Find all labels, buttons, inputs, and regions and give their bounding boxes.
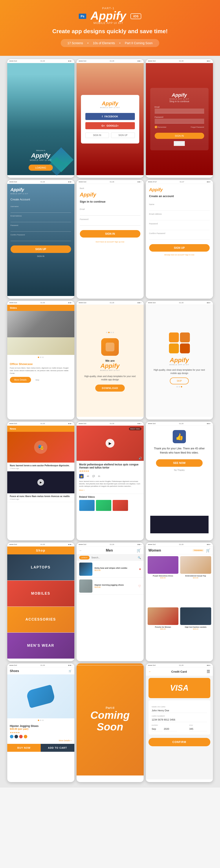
screen-create: Appify MOBILE APP UI KIT Create Account … (7, 184, 74, 296)
video-play-icon[interactable]: ▶ (106, 439, 114, 447)
comments-icon: 💬 (92, 475, 95, 477)
latest-filter[interactable]: LATEST (79, 556, 90, 559)
email-label-cw: Email Address (149, 213, 210, 215)
signup-now-link[interactable]: Sign up now (115, 241, 124, 243)
shop-mobiles[interactable]: MOBILES (7, 581, 74, 607)
like-icon[interactable]: 👍 (79, 474, 84, 478)
cc-back-btn[interactable]: ← (148, 670, 152, 673)
feature-2: 10s of Elements (93, 41, 115, 45)
row-6: ●●●● Bell 01:26 ■ ■ ▪ Shoes 🛒 (3, 663, 217, 782)
add-to-cart-btn[interactable]: ADD TO CART (41, 744, 74, 752)
office-title: Office Showcase (10, 362, 72, 366)
related-thumb-2[interactable] (96, 500, 111, 511)
color-orange[interactable] (24, 735, 27, 738)
cart-icon[interactable]: 🛒 (137, 549, 141, 552)
email-input-dark[interactable] (155, 108, 204, 114)
skip-btn[interactable]: SKIP (170, 377, 189, 384)
cc-name-label: NAME ON CARD (152, 706, 207, 708)
skip-appify-sub: MOBILE APP UI KIT (169, 364, 189, 366)
social-sub: MOBILE APP UI KIT (85, 106, 135, 108)
womens-img-1[interactable] (147, 556, 178, 574)
phone-create-dark: ●●●● Bell 01:26 ■ ■ ▪ Appify MOBILE APP … (7, 180, 74, 299)
thankyou-text: Thank you for your Like. There are 45 ot… (150, 446, 209, 455)
more-link[interactable]: More » (79, 489, 85, 491)
watch-video-label: Watch Video (129, 427, 141, 430)
related-thumb-1[interactable] (79, 500, 94, 511)
stars-icon: ★★★★★ (10, 731, 20, 734)
womens-cart-icon[interactable]: 🛒 (206, 548, 210, 553)
row-5: ●●●● Bell 01:26 ■ ■ ▪ Shop LAPTOPS MOBIL… (3, 542, 217, 661)
confirm-input-cw[interactable] (149, 235, 210, 240)
cc-expiry-month[interactable] (152, 727, 163, 731)
skip-link[interactable]: Skip (35, 379, 39, 381)
skip-icon-grid (169, 333, 190, 353)
back-arrow[interactable]: ← (79, 549, 82, 552)
no-thanks-link[interactable]: No Thanks (174, 469, 185, 471)
signup-dark-btn[interactable]: SIGN UP (174, 141, 185, 146)
sign-in-link[interactable]: SIGN IN (85, 132, 109, 138)
main-title: Appify (91, 10, 126, 21)
email-input-cw[interactable] (149, 216, 210, 220)
password-input-cw[interactable] (149, 225, 210, 230)
screen-download: We are Appify MOBILE APP UI KIT High-qua… (77, 305, 144, 417)
buy-now-btn[interactable]: BUY NOW (7, 744, 41, 752)
video-desc: Nunc laoreet lorem a sem auctor fringill… (79, 480, 141, 488)
video-top: Watch Video ▶ 🔊 (77, 426, 144, 461)
shop-mens-wear[interactable]: MEN'S WEAR (7, 633, 74, 658)
search-input-mens[interactable] (91, 556, 136, 559)
cc-number-input[interactable] (152, 717, 207, 722)
loading-btn[interactable]: LOADING (29, 164, 53, 171)
password-label-dark: Password (155, 116, 204, 118)
search-icon-mens[interactable]: 🔍 (138, 556, 141, 559)
womens-img-2[interactable] (180, 556, 211, 574)
signin-dark-btn[interactable]: SIGN IN (155, 133, 204, 139)
color-blue[interactable] (10, 735, 13, 738)
sign-up-link[interactable]: SIGN UP (111, 132, 135, 138)
password-input-sw[interactable] (80, 221, 140, 226)
back-link-sw[interactable]: Back (80, 187, 140, 189)
color-dark[interactable] (15, 735, 18, 738)
womens-img-4[interactable] (180, 608, 211, 625)
shop-laptops[interactable]: LAPTOPS (7, 554, 74, 580)
google-btn[interactable]: G+ GOOGLE+ (85, 122, 135, 129)
shop-accessories[interactable]: ACCESSORIES (7, 607, 74, 633)
signup-btn-cd[interactable]: SIGN UP (10, 245, 71, 253)
cc-cvv-input[interactable] (189, 727, 207, 731)
username-input[interactable] (10, 208, 71, 213)
cc-header: ← Credit Card ☰ (146, 668, 213, 676)
signin-now-link[interactable]: Sign In now (185, 254, 194, 256)
signup-btn-cw[interactable]: SIGN UP (149, 244, 210, 252)
cc-expiry-year[interactable] (164, 727, 177, 731)
product-heart-1[interactable]: ♥ (139, 567, 141, 571)
create-label: Create Account (10, 198, 71, 201)
password-input-dark[interactable] (155, 119, 204, 124)
welcome-title: Appify (12, 152, 70, 159)
womens-product-3: Poncho for Woman $66.00 (147, 608, 178, 657)
confirm-input-cd[interactable] (10, 236, 71, 241)
cc-menu-icon[interactable]: ☰ (207, 669, 210, 674)
confirm-btn[interactable]: CONFIRM (148, 738, 210, 746)
signin-btn-sw[interactable]: SIGN IN (80, 230, 140, 238)
password-input-cd[interactable] (10, 227, 71, 231)
video-play-btn[interactable]: ▶ (37, 479, 44, 486)
womens-img-3[interactable] (147, 608, 178, 625)
buy-now-bar: BUY NOW ADD TO CART (7, 744, 74, 752)
email-input-sw[interactable] (80, 211, 140, 216)
icon-box-3 (169, 343, 179, 353)
name-input-cw[interactable] (149, 206, 210, 211)
shoes-cart-icon[interactable]: 🛒 (68, 670, 72, 673)
product-heart-2[interactable]: ♡ (138, 584, 141, 588)
more-details-btn[interactable]: More Details (10, 377, 31, 383)
signin-link-cd[interactable]: SIGN IN (10, 255, 71, 257)
screen-slides: Slides Office Showcase Fusce at nunc lib… (7, 305, 74, 417)
color-red[interactable] (19, 735, 23, 738)
cc-form: NAME ON CARD CARD NUMBER EXPIRY (148, 700, 210, 735)
related-thumb-3[interactable] (113, 500, 128, 511)
more-details-shoes[interactable]: More Details + (10, 739, 72, 742)
facebook-btn[interactable]: f FACEBOOK (85, 113, 135, 120)
see-now-btn[interactable]: SEE NOW (156, 459, 202, 467)
forgot-link[interactable]: Forgot Password (191, 126, 204, 128)
email-input-cd[interactable] (10, 217, 71, 222)
download-btn[interactable]: DOWNLOAD (95, 384, 125, 392)
cc-name-input[interactable] (152, 708, 207, 713)
